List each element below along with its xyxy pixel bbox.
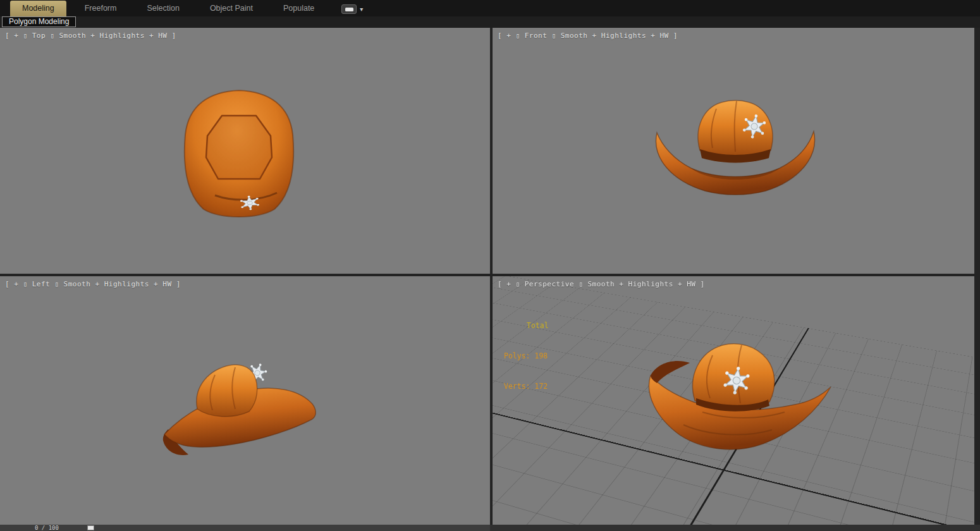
ribbon-options-button[interactable]: ▾ [341, 4, 363, 14]
stats-polys: Polys: 198 [504, 351, 549, 361]
time-slider-bar[interactable]: 0 / 100 [0, 525, 980, 531]
viewport-left-label[interactable]: [ + ▯ Left ▯ Smooth + Highlights + HW ] [5, 280, 181, 288]
hat-brim-roll-underside [651, 361, 690, 383]
3d-modeling-app-window: Modeling Freeform Selection Object Paint… [0, 0, 980, 531]
viewport-perspective[interactable]: [ + ▯ Perspective ▯ Smooth + Highlights … [493, 276, 974, 525]
chevron-down-icon: ▾ [360, 6, 363, 13]
viewport-perspective-label[interactable]: [ + ▯ Perspective ▯ Smooth + Highlights … [498, 280, 705, 288]
time-slider-track[interactable] [0, 525, 490, 531]
ribbon-tab-bar: Modeling Freeform Selection Object Paint… [0, 0, 980, 16]
hat-model-left-view[interactable] [158, 360, 322, 455]
hat-model-perspective-view[interactable] [646, 336, 835, 463]
viewport-left[interactable]: [ + ▯ Left ▯ Smooth + Highlights + HW ] [0, 276, 490, 525]
tab-freeform[interactable]: Freeform [73, 1, 129, 16]
tab-populate[interactable]: Populate [271, 1, 326, 16]
hat-crown-crease [206, 116, 272, 179]
tab-modeling[interactable]: Modeling [10, 1, 66, 16]
stats-verts: Verts: 172 [504, 381, 549, 391]
viewport-statistics: Total Polys: 198 Verts: 172 [504, 300, 549, 412]
viewport-front[interactable]: [ + ▯ Front ▯ Smooth + Highlights + HW ] [493, 28, 974, 274]
hat-model-front-view[interactable] [652, 97, 819, 205]
viewport-front-label[interactable]: [ + ▯ Front ▯ Smooth + Highlights + HW ] [498, 32, 678, 40]
viewport-top-label[interactable]: [ + ▯ Top ▯ Smooth + Highlights + HW ] [5, 32, 176, 40]
hat-crown [197, 365, 257, 417]
ribbon-panel-row: Polygon Modeling [0, 16, 980, 28]
polygon-modeling-panel-button[interactable]: Polygon Modeling [2, 16, 76, 27]
hat-model-top-view[interactable] [179, 86, 299, 221]
tab-selection[interactable]: Selection [135, 1, 191, 16]
frame-indicator: 0 / 100 [35, 525, 59, 531]
ribbon-display-icon [341, 4, 357, 14]
viewport-quad-area: [ + ▯ Top ▯ Smooth + Highlights + HW ] [… [0, 28, 980, 525]
stats-total-label: Total [504, 320, 549, 331]
tab-object-paint[interactable]: Object Paint [198, 1, 265, 16]
viewport-top[interactable]: [ + ▯ Top ▯ Smooth + Highlights + HW ] [0, 28, 490, 274]
time-slider-handle[interactable] [87, 525, 94, 530]
